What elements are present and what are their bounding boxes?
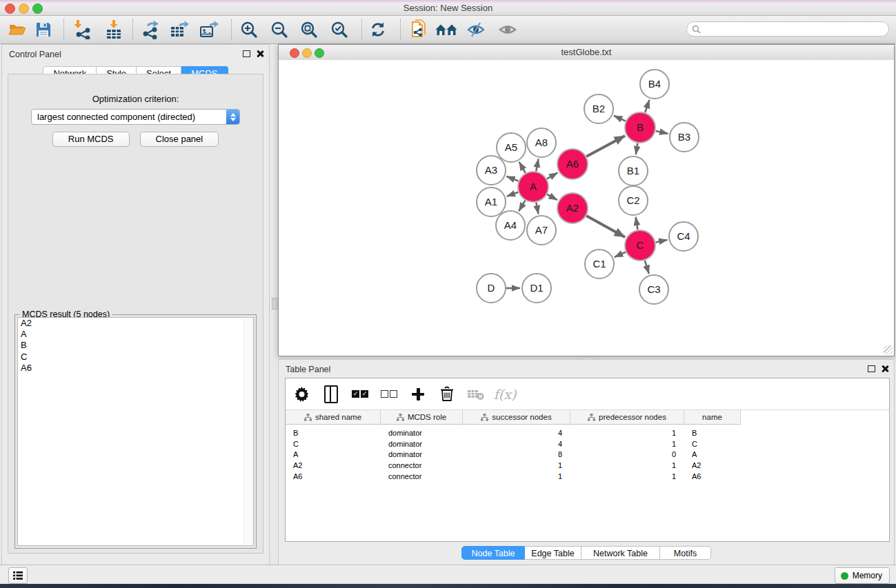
graph-node-a5[interactable]: A5 <box>497 133 526 162</box>
table-row[interactable]: A6connector11A6 <box>286 472 889 483</box>
table-settings-gear-icon[interactable] <box>292 385 312 404</box>
eye-icon[interactable] <box>496 18 519 41</box>
table-cell[interactable]: 1 <box>570 460 684 472</box>
graph-node-b1[interactable]: B1 <box>619 156 648 185</box>
import-table-icon[interactable] <box>102 18 126 41</box>
network-graph[interactable]: B4 B2 B B3 A5 A8 A6 A3 B1 A A1 C2 A2 <box>279 60 894 356</box>
new-network-icon[interactable] <box>407 18 430 41</box>
home-icon[interactable] <box>435 18 458 41</box>
save-icon[interactable] <box>32 18 55 41</box>
mcds-result-item[interactable]: C <box>18 352 253 363</box>
export-network-icon[interactable] <box>139 18 162 41</box>
resize-grip-icon[interactable] <box>884 345 893 354</box>
show-hide-icon[interactable] <box>464 18 488 41</box>
table-cell[interactable]: B <box>684 428 741 439</box>
export-image-icon[interactable] <box>197 18 221 41</box>
deselect-all-columns-icon[interactable] <box>379 385 399 404</box>
graph-node-b2[interactable]: B2 <box>584 94 613 123</box>
show-column-panel-icon[interactable] <box>321 385 341 404</box>
table-cell[interactable]: dominator <box>381 439 463 450</box>
table-cell[interactable]: 1 <box>570 472 684 483</box>
graph-node-b[interactable]: B <box>625 112 655 143</box>
memory-button[interactable]: Memory <box>835 567 890 584</box>
search-input[interactable] <box>704 23 888 35</box>
table-cell[interactable]: A <box>286 449 381 460</box>
mcds-result-item[interactable]: A2 <box>18 318 253 329</box>
graph-node-c3[interactable]: C3 <box>639 275 668 304</box>
tab-network-table[interactable]: Network Table <box>581 546 660 560</box>
zoom-selected-icon[interactable] <box>328 18 351 41</box>
column-header-mcds-role[interactable]: MCDS role <box>381 410 463 425</box>
table-cell[interactable]: 4 <box>463 428 570 439</box>
float-table-panel-icon[interactable] <box>868 365 875 372</box>
criterion-dropdown[interactable]: largest connected component (directed) <box>31 109 240 125</box>
graph-node-d[interactable]: D <box>477 274 506 303</box>
tab-edge-table[interactable]: Edge Table <box>525 546 581 560</box>
graph-node-b3[interactable]: B3 <box>670 123 699 152</box>
table-cell[interactable]: 8 <box>463 449 570 460</box>
table-cell[interactable]: 1 <box>463 460 570 472</box>
table-cell[interactable]: 0 <box>570 449 684 460</box>
task-history-icon[interactable] <box>8 567 28 584</box>
column-header-predecessor-nodes[interactable]: predecessor nodes <box>570 410 684 425</box>
run-mcds-button[interactable]: Run MCDS <box>52 132 130 147</box>
table-cell[interactable]: A6 <box>286 472 381 483</box>
graph-node-c[interactable]: C <box>625 230 655 261</box>
column-header-name[interactable]: name <box>684 410 741 425</box>
table-cell[interactable]: 1 <box>463 472 570 483</box>
graph-node-c4[interactable]: C4 <box>669 222 698 251</box>
table-cell[interactable]: 1 <box>570 428 684 439</box>
graph-node-c1[interactable]: C1 <box>585 250 614 278</box>
graph-node-a6[interactable]: A6 <box>557 149 588 179</box>
table-cell[interactable]: A <box>684 449 741 460</box>
table-cell[interactable]: dominator <box>381 428 463 439</box>
table-row[interactable]: Bdominator41B <box>286 428 889 439</box>
result-scrollbar[interactable] <box>243 318 253 545</box>
network-window-titlebar[interactable]: testGlobe.txt <box>279 45 894 61</box>
column-header-successor-nodes[interactable]: successor nodes <box>463 410 570 425</box>
close-panel-icon[interactable] <box>257 50 263 57</box>
delete-table-icon[interactable] <box>466 385 486 404</box>
mcds-result-item[interactable]: B <box>18 340 253 351</box>
refresh-icon[interactable] <box>366 18 390 41</box>
tab-motifs[interactable]: Motifs <box>660 546 711 560</box>
table-row[interactable]: Cdominator41C <box>286 439 889 450</box>
table-cell[interactable]: connector <box>381 460 463 472</box>
import-network-icon[interactable] <box>71 18 94 41</box>
graph-node-a1[interactable]: A1 <box>477 187 506 216</box>
select-all-columns-icon[interactable]: ✓✓ <box>350 385 370 404</box>
column-header-shared-name[interactable]: shared name <box>286 410 381 425</box>
function-builder-icon[interactable]: f(x) <box>495 385 515 404</box>
close-panel-button[interactable]: Close panel <box>140 132 219 147</box>
network-canvas[interactable]: B4 B2 B B3 A5 A8 A6 A3 B1 A A1 C2 A2 <box>279 60 894 356</box>
graph-node-a2[interactable]: A2 <box>557 193 588 223</box>
table-cell[interactable]: A6 <box>684 472 741 483</box>
zoom-fit-icon[interactable] <box>297 18 321 41</box>
table-row[interactable]: A2connector11A2 <box>286 460 889 472</box>
float-panel-icon[interactable] <box>243 50 250 57</box>
table-cell[interactable]: C <box>286 439 381 450</box>
zoom-out-icon[interactable] <box>268 18 291 41</box>
graph-node-a7[interactable]: A7 <box>527 216 556 245</box>
add-column-icon[interactable] <box>408 385 428 404</box>
close-table-panel-icon[interactable] <box>882 365 888 372</box>
graph-node-d1[interactable]: D1 <box>522 274 551 303</box>
table-cell[interactable]: connector <box>381 472 463 483</box>
export-table-icon[interactable] <box>168 18 191 41</box>
open-folder-icon[interactable] <box>6 18 29 41</box>
graph-node-a8[interactable]: A8 <box>527 128 556 157</box>
table-cell[interactable]: dominator <box>381 449 463 460</box>
table-cell[interactable]: B <box>286 428 381 439</box>
graph-node-b4[interactable]: B4 <box>640 70 669 99</box>
graph-node-a4[interactable]: A4 <box>496 211 525 240</box>
mcds-result-item[interactable]: A6 <box>18 363 253 374</box>
graph-node-c2[interactable]: C2 <box>619 186 648 215</box>
tab-node-table[interactable]: Node Table <box>461 546 525 560</box>
mcds-result-item[interactable]: A <box>18 329 253 340</box>
graph-node-a3[interactable]: A3 <box>477 156 506 185</box>
table-cell[interactable]: 1 <box>570 439 684 450</box>
table-cell[interactable]: C <box>684 439 741 450</box>
mcds-result-list[interactable]: A2ABCA6 <box>17 317 254 546</box>
delete-column-icon[interactable] <box>437 385 457 404</box>
table-cell[interactable]: 4 <box>463 439 570 450</box>
